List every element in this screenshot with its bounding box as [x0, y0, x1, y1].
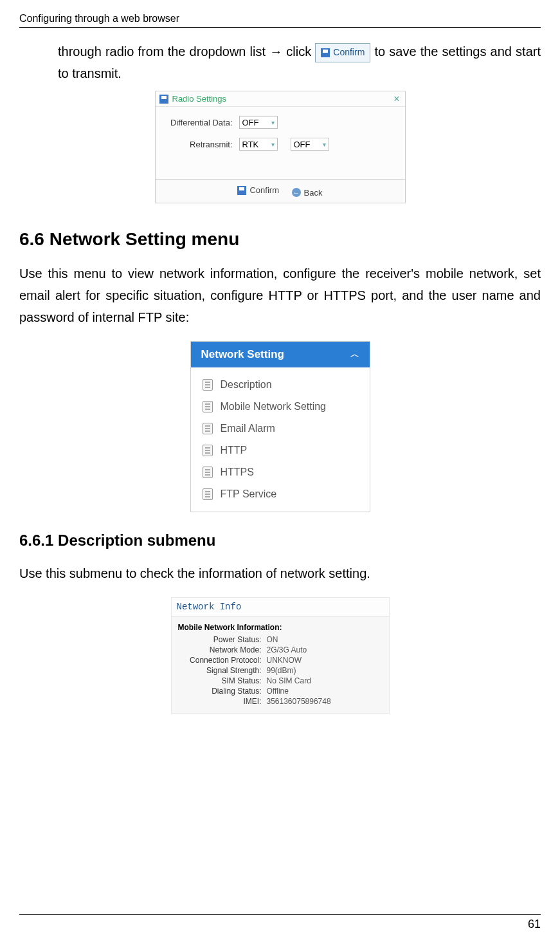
retransmit-label: Retransmit: — [162, 140, 233, 149]
select-value: RTK — [242, 140, 259, 149]
document-icon — [203, 445, 213, 456]
header-title: Configuring through a web browser — [19, 13, 179, 24]
confirm-button[interactable]: Confirm — [237, 185, 279, 195]
radio-settings-title: Radio Settings — [172, 94, 227, 104]
radio-settings-panel: Radio Settings × Differential Data: OFF … — [155, 91, 406, 203]
sim-status-label: SIM Status: — [178, 676, 262, 685]
network-mode-row: Network Mode: 2G/3G Auto — [172, 645, 389, 655]
intro-paragraph: through radio from the dropdown list → c… — [19, 41, 541, 84]
differential-data-select[interactable]: OFF ▾ — [239, 116, 278, 129]
dialing-status-label: Dialing Status: — [178, 687, 262, 696]
select-value: OFF — [242, 118, 259, 127]
retransmit-select-2[interactable]: OFF ▾ — [291, 138, 329, 151]
confirm-button-inline[interactable]: Confirm — [315, 43, 370, 62]
signal-strength-label: Signal Strength: — [178, 666, 262, 675]
connection-protocol-label: Connection Protocol: — [178, 656, 262, 665]
dialing-status-row: Dialing Status: Offline — [172, 686, 389, 696]
back-arrow-icon: ← — [292, 188, 301, 197]
power-status-label: Power Status: — [178, 635, 262, 644]
confirm-label: Confirm — [249, 185, 279, 195]
imei-label: IMEI: — [178, 697, 262, 706]
item-label: HTTPS — [221, 467, 254, 478]
document-icon — [203, 423, 213, 434]
power-status-value: ON — [267, 635, 278, 644]
item-label: HTTP — [221, 445, 248, 456]
radio-settings-footer: Confirm ← Back — [156, 180, 405, 203]
confirm-label: Confirm — [333, 45, 365, 60]
radio-settings-body: Differential Data: OFF ▾ Retransmit: RTK… — [156, 107, 405, 180]
sidebar-item-mobile-network[interactable]: Mobile Network Setting — [191, 396, 370, 418]
chevron-down-icon: ▾ — [323, 141, 326, 148]
item-label: Email Alarm — [221, 423, 275, 434]
section-6-6-1-body: Use this submenu to check the informatio… — [19, 562, 541, 584]
save-icon — [321, 48, 330, 57]
network-setting-header[interactable]: Network Setting ︿ — [191, 342, 370, 367]
connection-protocol-value: UNKNOW — [267, 656, 302, 665]
chevron-down-icon: ▾ — [271, 141, 275, 148]
network-info-title: Network Info — [172, 598, 389, 616]
retransmit-row: Retransmit: RTK ▾ OFF ▾ — [162, 138, 399, 151]
signal-strength-value: 99(dBm) — [267, 666, 296, 675]
sidebar-item-https[interactable]: HTTPS — [191, 461, 370, 483]
page-header: Configuring through a web browser — [19, 13, 541, 28]
network-setting-sidebar: Network Setting ︿ Description Mobile Net… — [190, 341, 370, 512]
sidebar-item-http[interactable]: HTTP — [191, 440, 370, 461]
back-button[interactable]: ← Back — [292, 188, 323, 198]
item-label: Description — [221, 379, 272, 391]
differential-data-label: Differential Data: — [162, 118, 233, 127]
mobile-network-info-subtitle: Mobile Network Information: — [172, 616, 389, 634]
dialing-status-value: Offline — [267, 687, 289, 696]
network-info-panel: Network Info Mobile Network Information:… — [171, 597, 390, 714]
item-label: FTP Service — [221, 488, 277, 500]
retransmit-select-1[interactable]: RTK ▾ — [239, 138, 278, 151]
imei-row: IMEI: 356136075896748 — [172, 696, 389, 707]
document-icon — [203, 488, 213, 500]
network-setting-title: Network Setting — [201, 348, 284, 361]
imei-value: 356136075896748 — [267, 697, 331, 706]
save-icon — [159, 95, 168, 104]
connection-protocol-row: Connection Protocol: UNKNOW — [172, 655, 389, 665]
differential-data-row: Differential Data: OFF ▾ — [162, 116, 399, 129]
sidebar-item-description[interactable]: Description — [191, 374, 370, 396]
chevron-up-icon: ︿ — [350, 349, 359, 360]
para1-pre: through radio from the dropdown list → c… — [58, 44, 315, 59]
section-6-6-body: Use this menu to view network informatio… — [19, 263, 541, 328]
network-mode-value: 2G/3G Auto — [267, 645, 307, 654]
document-icon — [203, 401, 213, 412]
network-setting-list: Description Mobile Network Setting Email… — [191, 367, 370, 512]
section-6-6-heading: 6.6 Network Setting menu — [19, 229, 541, 250]
network-mode-label: Network Mode: — [178, 645, 262, 654]
save-icon — [237, 186, 246, 195]
close-icon[interactable]: × — [393, 93, 399, 105]
page-number: 61 — [19, 914, 541, 931]
sidebar-item-email-alarm[interactable]: Email Alarm — [191, 418, 370, 440]
document-icon — [203, 379, 213, 391]
sim-status-row: SIM Status: No SIM Card — [172, 676, 389, 686]
signal-strength-row: Signal Strength: 99(dBm) — [172, 665, 389, 676]
sidebar-item-ftp-service[interactable]: FTP Service — [191, 483, 370, 505]
select-value: OFF — [294, 140, 311, 149]
document-icon — [203, 467, 213, 478]
sim-status-value: No SIM Card — [267, 676, 311, 685]
radio-settings-title-bar: Radio Settings × — [156, 91, 405, 107]
section-6-6-1-heading: 6.6.1 Description submenu — [19, 532, 541, 550]
item-label: Mobile Network Setting — [221, 401, 327, 412]
power-status-row: Power Status: ON — [172, 634, 389, 645]
chevron-down-icon: ▾ — [271, 119, 275, 126]
back-label: Back — [304, 188, 323, 198]
